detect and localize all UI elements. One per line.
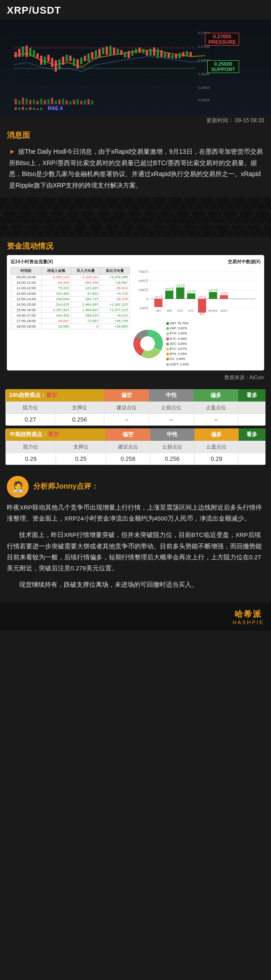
trend-24h-values: 0.27 0.256 – – – — [6, 413, 266, 425]
svg-rect-38 — [113, 47, 115, 54]
svg-text:数字货币: 数字货币 — [208, 309, 217, 312]
svg-text:0.25000: 0.25000 — [198, 99, 210, 102]
svg-rect-109 — [187, 293, 195, 299]
th-buy: 买入方向量 — [71, 267, 100, 275]
support-price: 0.25600 — [210, 61, 236, 67]
table-row: 18:00-19:00 33,965 0 +18,865 — [11, 324, 130, 329]
svg-text:+19.7万: +19.7万 — [186, 290, 196, 293]
th-slightly-bullish-24h: 偏多 — [194, 389, 238, 402]
th-sell: 卖出方向量 — [100, 267, 130, 275]
svg-rect-24 — [62, 57, 64, 65]
svg-rect-82 — [87, 99, 90, 104]
th-neutral-24h: 中性 — [149, 389, 194, 402]
chart-bg: 0.27500 0.27000 0.26500 0.26000 0.25500 … — [0, 19, 271, 115]
svg-rect-65 — [26, 99, 28, 104]
trend-mid-table: 中期趋势观点：看空 偏空 中性 偏多 看多 阻力位 支撑位 建议点位 止损点位 … — [5, 428, 266, 465]
svg-point-125 — [140, 336, 155, 351]
svg-rect-42 — [128, 51, 130, 58]
trend-24h-labels: 阻力位 支撑位 建议点位 止损点位 止盈点位 — [6, 401, 266, 413]
svg-rect-67 — [33, 99, 35, 104]
update-time: 更新时间： 09-15 08:20 — [0, 115, 271, 126]
svg-rect-40 — [120, 50, 123, 55]
svg-rect-70 — [44, 100, 46, 104]
svg-rect-80 — [80, 101, 82, 104]
capital-title: 资金流动情况 — [7, 241, 264, 251]
svg-rect-53 — [168, 53, 170, 58]
svg-text:0: 0 — [146, 297, 148, 301]
svg-text:ETC: ETC — [188, 309, 194, 312]
svg-rect-56 — [179, 53, 181, 58]
svg-rect-46 — [142, 49, 144, 53]
analyst-section: 🧑‍💼 分析师Jonny点评： 昨夜XRP联动其他几个竞争币出现增量上行行情，上… — [0, 471, 271, 603]
svg-rect-62 — [15, 99, 17, 104]
svg-rect-39 — [117, 49, 119, 54]
footer-logo: 哈希派 — [235, 609, 262, 620]
footer: 哈希派 HASHPIE — [0, 603, 271, 631]
th-time: 时间段 — [11, 267, 42, 275]
svg-rect-79 — [77, 99, 79, 104]
svg-rect-113 — [209, 292, 217, 299]
svg-text:其它: 其它 — [199, 312, 205, 315]
analyst-para-3: 现货继续持有，跌破支撑位离场，未进场的可回撤时适当买入。 — [7, 579, 264, 590]
svg-rect-78 — [73, 100, 75, 104]
svg-rect-81 — [84, 100, 86, 104]
svg-rect-14 — [26, 46, 28, 57]
svg-text:-100万: -100万 — [138, 307, 148, 310]
svg-rect-86 — [22, 107, 24, 110]
bar-chart: +500万 +400万 +300万 0 -100万 UBT XRP ETH — [132, 267, 261, 317]
svg-rect-30 — [84, 56, 86, 61]
trend-24h-title-prefix: 24h趋势观点： — [10, 392, 46, 398]
chart-area: 0.27500 0.27000 0.26500 0.26000 0.25500 … — [0, 19, 271, 115]
news-title: 消息面 — [7, 130, 264, 142]
svg-rect-41 — [124, 52, 126, 57]
trend-mid-title-prefix: 中期趋势观点： — [10, 431, 48, 438]
svg-rect-75 — [62, 99, 64, 104]
svg-rect-25 — [66, 55, 68, 62]
analyst-header: 🧑‍💼 分析师Jonny点评： — [7, 476, 264, 498]
svg-text:0.25500: 0.25500 — [198, 86, 210, 89]
svg-rect-107 — [176, 287, 184, 299]
analyst-name: 分析师Jonny点评： — [33, 482, 98, 491]
svg-rect-48 — [149, 49, 152, 56]
svg-rect-26 — [69, 56, 72, 61]
th-slightly-bearish-24h: 偏空 — [104, 389, 149, 402]
svg-rect-69 — [40, 99, 42, 104]
rae-badge: RAE 4 — [46, 105, 65, 111]
svg-rect-29 — [80, 57, 82, 64]
svg-rect-37 — [109, 46, 112, 55]
table-header-row: 时间段 净流入金额 买入方向量 卖出方向量 — [11, 267, 130, 275]
svg-text:+400万: +400万 — [138, 279, 148, 282]
pie-legend: UBT: 76.79% XRP: 9.62% ETH: 2.40% ETC: 4… — [166, 321, 189, 367]
svg-rect-66 — [29, 100, 31, 104]
table-row: 13:00-14:00 294,540 320,715 -36,978 — [11, 297, 130, 302]
svg-rect-64 — [22, 98, 24, 104]
th-slightly-bullish-mid: 偏多 — [194, 428, 239, 441]
svg-rect-21 — [51, 58, 53, 67]
svg-rect-52 — [164, 52, 166, 57]
svg-rect-90 — [36, 109, 39, 110]
svg-text:ETH: ETH — [177, 309, 183, 312]
right-chart-title: 交易对中数据(¥) — [228, 259, 261, 265]
hex-divider — [0, 196, 271, 237]
trend-mid-labels: 阻力位 支撑位 建议点位 止损点位 止盈点位 — [6, 441, 266, 453]
svg-rect-54 — [171, 55, 174, 58]
svg-text:+300万: +300万 — [138, 288, 148, 292]
svg-rect-68 — [36, 101, 39, 104]
trend-mid-header: 中期趋势观点：看空 偏空 中性 偏多 看多 — [6, 428, 266, 441]
footer-logo-sub: HASHPIE — [233, 620, 264, 625]
svg-rect-35 — [102, 47, 104, 54]
svg-text:+63.1万: +63.1万 — [175, 284, 185, 287]
svg-rect-11 — [15, 52, 17, 57]
svg-rect-47 — [146, 50, 148, 56]
svg-text:-46.1万: -46.1万 — [153, 296, 163, 298]
table-row: 14:00-15:00 314,415 1,464,897 +1,087,225 — [11, 302, 130, 308]
news-content: ➤ 据The Daily Hodl今日消息，由于xRapid交易量激增，9月13… — [7, 146, 264, 191]
pie-chart — [132, 328, 164, 360]
trend-24h-title-value: 看空 — [46, 392, 57, 398]
svg-rect-50 — [157, 49, 159, 58]
svg-rect-49 — [153, 47, 155, 56]
analyst-para-1: 昨夜XRP联动其他几个竞争币出现增量上行行情，上涨至震荡区间上边线附近后多头行情… — [7, 502, 264, 525]
page-title: XRP/USDT — [7, 5, 61, 16]
pie-chart-area: UBT: 76.79% XRP: 9.62% ETH: 2.40% ETC: 4… — [132, 321, 261, 367]
capital-charts-row: 时间段 净流入金额 买入方向量 卖出方向量 09:00-10:00 -2,065… — [10, 267, 261, 367]
